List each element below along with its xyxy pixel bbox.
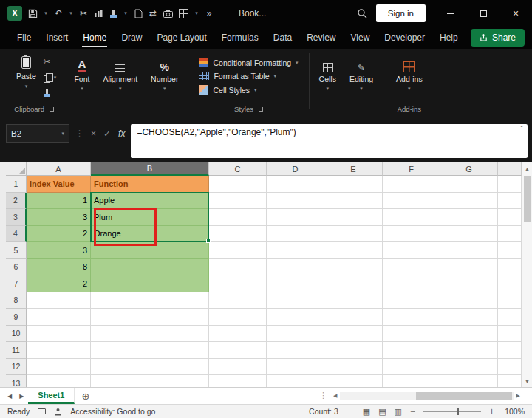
format-painter-icon[interactable] <box>109 6 117 21</box>
cancel-entry-icon[interactable]: × <box>91 129 96 139</box>
tab-developer[interactable]: Developer <box>378 27 432 48</box>
cell-G11[interactable] <box>440 342 498 359</box>
tab-help[interactable]: Help <box>433 27 465 48</box>
sheet-nav-right-icon[interactable]: ▶ <box>16 393 27 400</box>
cut-button[interactable]: ✂ <box>44 57 57 66</box>
cell-C6[interactable] <box>209 259 267 276</box>
undo-icon[interactable]: ↶ <box>54 6 63 21</box>
row-header-1[interactable]: 1 <box>6 176 27 193</box>
save-chevron-icon[interactable]: ▾ <box>44 6 48 21</box>
cell-partial-4[interactable] <box>498 226 522 243</box>
addins-button[interactable]: Add-ins ▾ <box>389 53 429 95</box>
horizontal-scrollbar-track[interactable] <box>340 392 513 400</box>
cell-G2[interactable] <box>440 193 498 210</box>
insert-function-icon[interactable]: fx <box>118 129 125 139</box>
row-header-11[interactable]: 11 <box>6 342 27 359</box>
cell-G1[interactable] <box>440 176 498 193</box>
cell-G5[interactable] <box>440 242 498 259</box>
cell-G7[interactable] <box>440 275 498 292</box>
page-break-view-icon[interactable]: ▥ <box>395 407 402 417</box>
editing-group-button[interactable]: ✎ Editing ▾ <box>343 53 380 95</box>
cell-B11[interactable] <box>91 342 209 359</box>
zoom-level[interactable]: 100% <box>502 407 525 416</box>
qat-overflow-icon[interactable]: » <box>205 6 214 21</box>
cell-partial-10[interactable] <box>498 326 522 343</box>
cell-A7[interactable]: 2 <box>27 275 91 292</box>
cell-G4[interactable] <box>440 226 498 243</box>
paste-button[interactable]: Paste ▾ <box>10 53 42 92</box>
tab-review[interactable]: Review <box>300 27 342 48</box>
col-header-G[interactable]: G <box>440 162 498 176</box>
zoom-in-button[interactable]: + <box>489 406 494 417</box>
row-header-6[interactable]: 6 <box>6 259 27 276</box>
record-macro-icon[interactable] <box>38 408 46 414</box>
cell-F10[interactable] <box>383 326 440 343</box>
scroll-down-icon[interactable]: ▼ <box>522 375 532 387</box>
cell-B3[interactable]: Plum <box>91 209 209 226</box>
cell-E4[interactable] <box>324 226 383 243</box>
cell-D6[interactable] <box>267 259 324 276</box>
cell-C7[interactable] <box>209 275 267 292</box>
cell-G12[interactable] <box>440 359 498 376</box>
col-header-partial[interactable] <box>498 162 522 176</box>
row-header-4[interactable]: 4 <box>6 226 27 243</box>
cell-E13[interactable] <box>324 375 383 387</box>
cell-C11[interactable] <box>209 342 267 359</box>
horizontal-scrollbar[interactable]: ◀ ▶ <box>330 391 523 401</box>
cell-A4[interactable]: 2 <box>27 226 91 243</box>
confirm-entry-icon[interactable]: ✓ <box>103 129 111 139</box>
cell-B13[interactable] <box>91 375 209 387</box>
cell-D3[interactable] <box>267 209 324 226</box>
cell-D2[interactable] <box>267 193 324 210</box>
cells-group-button[interactable]: Cells ▾ <box>313 53 343 95</box>
cell-B7[interactable] <box>91 275 209 292</box>
tab-page-layout[interactable]: Page Layout <box>150 27 213 48</box>
cell-partial-3[interactable] <box>498 209 522 226</box>
font-group-button[interactable]: A Font ▾ <box>67 53 96 95</box>
cell-A10[interactable] <box>27 326 91 343</box>
cell-E1[interactable] <box>324 176 383 193</box>
cell-D9[interactable] <box>267 309 324 326</box>
cell-partial-8[interactable] <box>498 292 522 309</box>
cell-F11[interactable] <box>383 342 440 359</box>
chart-icon[interactable] <box>94 6 103 21</box>
format-as-table-button[interactable]: Format as Table ▾ <box>199 72 298 80</box>
add-sheet-button[interactable]: ⊕ <box>76 391 95 402</box>
search-icon[interactable] <box>357 6 367 21</box>
cell-A5[interactable]: 3 <box>27 242 91 259</box>
cell-A11[interactable] <box>27 342 91 359</box>
cell-F1[interactable] <box>383 176 440 193</box>
cell-F13[interactable] <box>383 375 440 387</box>
cell-partial-7[interactable] <box>498 275 522 292</box>
minimize-button[interactable] <box>434 0 467 27</box>
col-header-C[interactable]: C <box>209 162 267 176</box>
format-painter-button[interactable] <box>44 88 57 97</box>
col-header-D[interactable]: D <box>267 162 324 176</box>
zoom-out-button[interactable]: − <box>410 406 415 417</box>
tab-home[interactable]: Home <box>76 27 113 48</box>
cell-D8[interactable] <box>267 292 324 309</box>
row-header-5[interactable]: 5 <box>6 242 27 259</box>
conditional-formatting-button[interactable]: Conditional Formatting ▾ <box>199 58 298 67</box>
cell-A8[interactable] <box>27 292 91 309</box>
cell-partial-12[interactable] <box>498 359 522 376</box>
row-header-7[interactable]: 7 <box>6 275 27 292</box>
cell-E5[interactable] <box>324 242 383 259</box>
page-layout-view-icon[interactable]: ▤ <box>378 407 386 417</box>
select-all-button[interactable] <box>6 162 27 176</box>
zoom-slider-handle[interactable] <box>457 408 459 415</box>
cell-F7[interactable] <box>383 275 440 292</box>
cell-E9[interactable] <box>324 309 383 326</box>
undo-chevron-icon[interactable]: ▾ <box>69 6 73 21</box>
cell-styles-button[interactable]: Cell Styles ▾ <box>199 85 298 95</box>
cell-A13[interactable] <box>27 375 91 387</box>
cell-C5[interactable] <box>209 242 267 259</box>
cell-E7[interactable] <box>324 275 383 292</box>
formula-bar-expand-icon[interactable]: ˇ <box>520 125 523 134</box>
cell-partial-5[interactable] <box>498 242 522 259</box>
cell-F12[interactable] <box>383 359 440 376</box>
cell-D1[interactable] <box>267 176 324 193</box>
hscroll-right-icon[interactable]: ▶ <box>514 393 523 399</box>
cell-G3[interactable] <box>440 209 498 226</box>
cell-C4[interactable] <box>209 226 267 243</box>
